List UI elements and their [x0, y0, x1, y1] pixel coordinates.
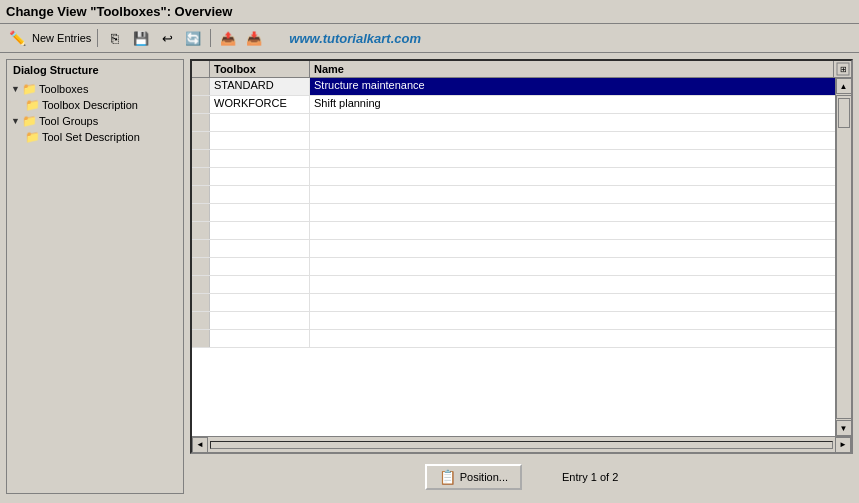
table-row[interactable] [192, 294, 835, 312]
row-selector[interactable] [192, 114, 210, 131]
sidebar-label-toolboxes: Toolboxes [39, 83, 89, 95]
position-btn-label: Position... [460, 471, 508, 483]
cell-name [310, 114, 835, 131]
cell-toolbox [210, 186, 310, 203]
sidebar-item-toolboxes[interactable]: ▼ 📁 Toolboxes [9, 81, 181, 97]
right-panel: Toolbox Name ⊞ STANDARDStructure mainten… [190, 59, 853, 494]
table-row[interactable] [192, 222, 835, 240]
row-selector[interactable] [192, 168, 210, 185]
export2-button[interactable]: 📥 [243, 27, 265, 49]
cell-toolbox: WORKFORCE [210, 96, 310, 113]
dialog-structure-title: Dialog Structure [9, 62, 181, 78]
cell-toolbox [210, 276, 310, 293]
table-row[interactable] [192, 150, 835, 168]
title-bar: Change View "Toolboxes": Overview [0, 0, 859, 24]
row-selector[interactable] [192, 96, 210, 113]
table-container: Toolbox Name ⊞ STANDARDStructure mainten… [190, 59, 853, 454]
sort-button[interactable]: ⊞ [833, 61, 851, 77]
table-row[interactable] [192, 186, 835, 204]
scroll-down-button[interactable]: ▼ [836, 420, 852, 436]
row-selector[interactable] [192, 240, 210, 257]
new-entries-label: New Entries [32, 32, 91, 44]
horizontal-scrollbar: ◄ ► [192, 436, 851, 452]
export1-icon: 📤 [220, 31, 236, 46]
refresh-icon: 🔄 [185, 31, 201, 46]
position-button[interactable]: 📋 Position... [425, 464, 522, 490]
table-row[interactable] [192, 258, 835, 276]
cell-toolbox [210, 204, 310, 221]
folder-icon-tool-set-desc: 📁 [25, 130, 40, 144]
copy-button[interactable]: ⎘ [104, 27, 126, 49]
bottom-bar: 📋 Position... Entry 1 of 2 [190, 460, 853, 494]
dialog-structure-panel: Dialog Structure ▼ 📁 Toolboxes 📁 Toolbox… [6, 59, 184, 494]
copy-icon: ⎘ [111, 31, 119, 46]
table-header: Toolbox Name ⊞ [192, 61, 851, 78]
row-selector[interactable] [192, 294, 210, 311]
position-icon: 📋 [439, 469, 456, 485]
cell-toolbox [210, 222, 310, 239]
table-row[interactable] [192, 312, 835, 330]
cell-toolbox [210, 258, 310, 275]
sidebar-item-toolbox-description[interactable]: 📁 Toolbox Description [23, 97, 181, 113]
row-selector[interactable] [192, 258, 210, 275]
table-row[interactable]: WORKFORCEShift planning [192, 96, 835, 114]
cell-name: Structure maintenance [310, 78, 835, 95]
cell-toolbox [210, 168, 310, 185]
cell-name [310, 204, 835, 221]
export2-icon: 📥 [246, 31, 262, 46]
cell-name [310, 240, 835, 257]
row-selector[interactable] [192, 186, 210, 203]
row-selector[interactable] [192, 78, 210, 95]
table-row[interactable] [192, 168, 835, 186]
new-entries-button[interactable]: ✏️ [6, 27, 28, 49]
scroll-right-button[interactable]: ► [835, 437, 851, 453]
th-select [192, 61, 210, 77]
cell-name [310, 132, 835, 149]
table-row[interactable] [192, 114, 835, 132]
refresh-button[interactable]: 🔄 [182, 27, 204, 49]
cell-name [310, 186, 835, 203]
vertical-scrollbar[interactable]: ▲ ▼ [835, 78, 851, 436]
cell-name [310, 258, 835, 275]
new-entries-icon: ✏️ [9, 30, 26, 46]
table-row[interactable] [192, 330, 835, 348]
save-icon: 💾 [133, 31, 149, 46]
table-row[interactable] [192, 132, 835, 150]
watermark: www.tutorialkart.com [289, 31, 421, 46]
cell-name [310, 294, 835, 311]
row-selector[interactable] [192, 276, 210, 293]
page-title: Change View "Toolboxes": Overview [6, 4, 232, 19]
sort-icon: ⊞ [836, 62, 850, 76]
toolbar-separator-1 [97, 29, 98, 47]
cell-toolbox [210, 294, 310, 311]
table-row[interactable] [192, 276, 835, 294]
cell-name [310, 330, 835, 347]
save-button[interactable]: 💾 [130, 27, 152, 49]
table-row[interactable]: STANDARDStructure maintenance [192, 78, 835, 96]
row-selector[interactable] [192, 222, 210, 239]
row-selector[interactable] [192, 150, 210, 167]
table-row[interactable] [192, 204, 835, 222]
toolbar-separator-2 [210, 29, 211, 47]
cell-toolbox [210, 330, 310, 347]
cell-toolbox [210, 240, 310, 257]
folder-icon-tool-groups: 📁 [22, 114, 37, 128]
sidebar-item-tool-groups[interactable]: ▼ 📁 Tool Groups [9, 113, 181, 129]
row-selector[interactable] [192, 132, 210, 149]
row-selector[interactable] [192, 330, 210, 347]
cell-name [310, 222, 835, 239]
scroll-track[interactable] [836, 95, 852, 419]
row-selector[interactable] [192, 204, 210, 221]
cell-name [310, 276, 835, 293]
table-row[interactable] [192, 240, 835, 258]
cell-toolbox [210, 114, 310, 131]
scroll-left-button[interactable]: ◄ [192, 437, 208, 453]
cell-toolbox [210, 132, 310, 149]
scroll-thumb[interactable] [838, 98, 850, 128]
export1-button[interactable]: 📤 [217, 27, 239, 49]
scroll-up-button[interactable]: ▲ [836, 78, 852, 94]
row-selector[interactable] [192, 312, 210, 329]
hscroll-track[interactable] [210, 441, 833, 449]
sidebar-item-tool-set-description[interactable]: 📁 Tool Set Description [23, 129, 181, 145]
undo-button[interactable]: ↩ [156, 27, 178, 49]
